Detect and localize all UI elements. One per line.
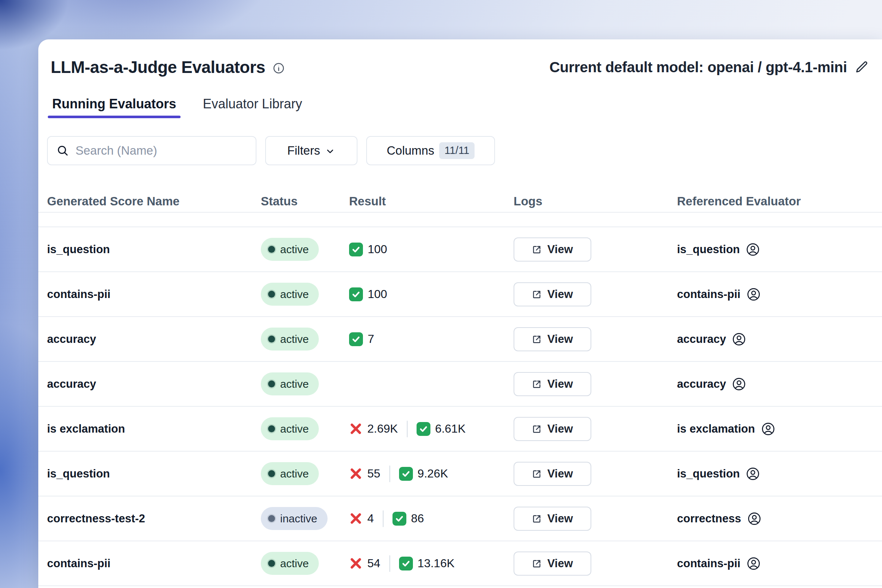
check-icon [349,332,363,346]
status-badge: active [261,283,319,306]
pass-count: 100 [349,243,387,256]
info-icon[interactable] [273,62,285,74]
referenced-evaluator-name: contains-pii [677,557,741,570]
view-logs-button[interactable]: View [514,282,591,306]
status-badge: active [261,552,319,575]
external-link-icon [532,558,542,568]
columns-label: Columns [387,144,434,158]
status-badge: active [261,372,319,395]
status-label: active [280,333,309,345]
referenced-evaluator-name: contains-pii [677,288,741,301]
user-icon [746,242,760,257]
evaluators-panel: LLM-as-a-Judge Evaluators Current defaul… [38,39,882,588]
col-header-logs: Logs [514,194,677,208]
search-input[interactable] [75,144,247,158]
view-label: View [547,422,573,435]
table-row[interactable]: correctness-test-2 inactive 4 86 View co… [38,496,882,541]
status-badge: active [261,327,319,351]
check-icon [399,556,413,570]
search-box[interactable] [47,136,256,165]
score-name: is exclamation [47,422,261,435]
external-link-icon [532,289,542,300]
external-link-icon [532,244,542,255]
columns-count-badge: 11/11 [439,142,474,159]
check-icon [399,467,413,481]
user-icon [732,332,746,346]
view-label: View [547,243,573,256]
score-name: accuracy [47,378,261,391]
score-name: correctness-test-2 [47,512,261,525]
col-header-result: Result [349,194,514,208]
external-link-icon [532,514,542,524]
status-dot [268,515,275,522]
col-header-status: Status [261,194,349,208]
cross-icon [349,556,363,570]
cross-icon [349,422,363,435]
referenced-evaluator-name: is exclamation [677,422,755,435]
view-logs-button[interactable]: View [514,417,591,441]
pass-count: 7 [349,332,374,346]
view-label: View [547,512,573,525]
status-dot [268,560,275,567]
tab-running-evaluators[interactable]: Running Evaluators [48,93,180,118]
chevron-down-icon [325,146,335,156]
fail-count: 55 [349,467,381,480]
referenced-evaluator-name: accuracy [677,378,726,391]
page-header: LLM-as-a-Judge Evaluators Current defaul… [38,39,882,79]
view-logs-button[interactable]: View [514,327,591,351]
external-link-icon [532,424,542,434]
check-icon [349,287,363,301]
referenced-evaluator-name: correctness [677,512,741,525]
columns-button[interactable]: Columns 11/11 [366,136,495,165]
default-model-label: Current default model: openai / gpt-4.1-… [549,59,847,75]
user-icon [747,512,762,526]
fail-count: 2.69K [349,422,398,435]
pass-count: 9.26K [399,467,448,481]
table-row[interactable]: is exclamation active 2.69K 6.61K View i… [38,407,882,452]
view-logs-button[interactable]: View [514,462,591,486]
table-row[interactable]: contains-pii active 54 13.16K View conta… [38,541,882,586]
table-row[interactable]: is_question active 100 View is_question [38,227,882,272]
tab-evaluator-library[interactable]: Evaluator Library [198,93,306,118]
result-divider [407,421,408,437]
status-label: active [280,243,309,256]
external-link-icon [532,469,542,479]
table-header-row: Generated Score Name Status Result Logs … [38,191,882,213]
filters-label: Filters [287,144,320,158]
view-logs-button[interactable]: View [514,507,591,531]
score-name: contains-pii [47,288,261,301]
pass-count: 86 [393,512,424,526]
view-logs-button[interactable]: View [514,372,591,396]
status-badge: active [261,462,319,485]
table-row[interactable]: is_question active 55 9.26K View is_ques… [38,452,882,496]
filters-button[interactable]: Filters [265,136,357,165]
edit-model-icon[interactable] [855,60,869,74]
referenced-evaluator-name: accuracy [677,333,726,346]
result-divider [382,510,384,527]
status-label: active [280,557,309,570]
view-label: View [547,378,573,391]
table-row[interactable]: accuracy active View accuracy [38,362,882,407]
score-name: contains-pii [47,557,261,570]
pass-count: 6.61K [417,422,466,436]
check-icon [393,512,406,526]
status-badge: inactive [261,507,327,530]
view-logs-button[interactable]: View [514,237,591,261]
col-header-name: Generated Score Name [47,194,261,208]
status-badge: active [261,417,319,440]
evaluators-table: Generated Score Name Status Result Logs … [38,191,882,586]
table-row[interactable]: accuracy active 7 View accuracy [38,317,882,362]
pass-count: 13.16K [399,556,454,570]
cross-icon [349,467,363,480]
fail-count: 4 [349,512,374,525]
user-icon [746,466,760,481]
view-label: View [547,557,573,570]
toolbar: Filters Columns 11/11 [38,136,882,165]
referenced-evaluator-name: is_question [677,467,740,480]
partial-row [38,213,882,227]
status-label: active [280,423,309,435]
table-row[interactable]: contains-pii active 100 View contains-pi… [38,272,882,317]
user-icon [746,556,761,571]
view-logs-button[interactable]: View [514,552,591,576]
score-name: is_question [47,467,261,480]
